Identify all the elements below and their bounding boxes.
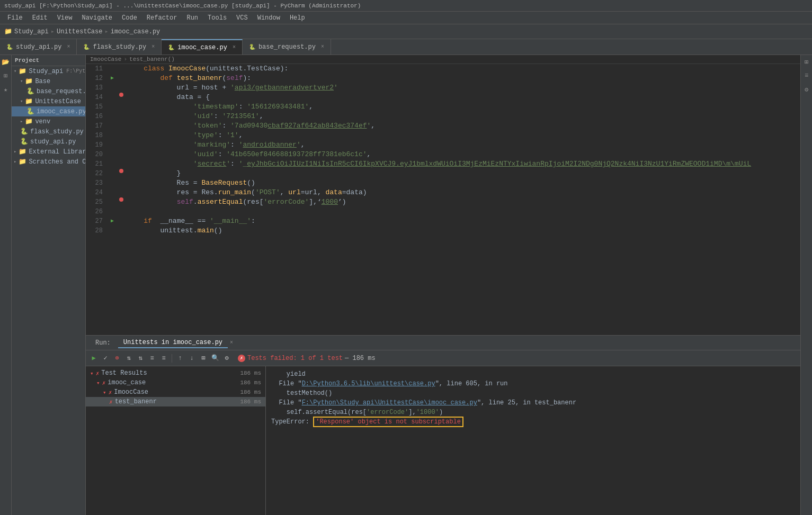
menu-edit[interactable]: Edit (28, 13, 52, 23)
menu-window[interactable]: Window (253, 13, 284, 23)
code-line: 18 'type': '1', (86, 131, 800, 140)
run-arrow-icon: ▶ (111, 74, 114, 83)
run-settings-button[interactable]: ⚙ (222, 354, 231, 363)
line-content: data = { (125, 93, 800, 102)
line-run: ▶ (107, 74, 118, 83)
fail-icon: ▾ (103, 389, 106, 396)
tab-flask-study[interactable]: 🐍 flask_study.py × (77, 39, 162, 55)
run-toolbar: ▶ ✓ ⊗ ⇅ ⇅ ≡ ≡ ↑ ↓ ⊞ 🔍 ⚙ ✗ Tests failed: … (86, 350, 800, 366)
run-export-button[interactable]: ⊞ (199, 354, 208, 363)
tree-item-imooc-case[interactable]: 🐍 imooc_case.py (12, 106, 85, 116)
run-search-button[interactable]: 🔍 (210, 354, 220, 363)
line-content: 'uuid': '41b650ef846688193728ff7381eb6c1… (125, 150, 800, 159)
run-tree-item[interactable]: ▾ ✗ Test Results 186 ms (86, 368, 265, 378)
tab-close-icon[interactable]: × (233, 44, 236, 50)
run-up-button[interactable]: ↑ (175, 354, 185, 363)
menu-help[interactable]: Help (285, 13, 309, 23)
tree-item-scratches[interactable]: ▸ 📁 Scratches and Console 1 7 (12, 157, 85, 167)
tab-close-icon[interactable]: × (321, 44, 324, 50)
breadcrumb-sep: › (123, 56, 127, 62)
py-icon: 🐍 (26, 107, 34, 115)
menu-navigate[interactable]: Navigate (77, 13, 117, 23)
bottom-tab-unittests[interactable]: Unittests in imooc_case.py (118, 338, 228, 348)
tab-close-icon[interactable]: × (151, 44, 155, 50)
code-line: 14 data = { (86, 93, 800, 102)
run-play-button[interactable]: ▶ (89, 354, 99, 363)
run-check-button[interactable]: ✓ (101, 354, 110, 363)
bottom-tab-close-icon[interactable]: × (230, 340, 233, 346)
code-line: 16 'uid': '7213561', (86, 112, 800, 121)
code-line: 13 url = host + 'api3/getbanneradvertver… (86, 83, 800, 93)
run-align2-button[interactable]: ≡ (159, 354, 168, 363)
fail-x-icon: ✗ (109, 399, 113, 405)
line-breakpoint (118, 93, 125, 97)
bookmark-icon[interactable]: ★ (1, 85, 11, 94)
menu-refactor[interactable]: Refactor (142, 13, 182, 23)
sidebar-right-icon2[interactable]: ≡ (802, 71, 811, 80)
line-run: ▶ (107, 216, 118, 226)
fail-x-icon: ✗ (102, 380, 106, 386)
tree-item-project[interactable]: ▾ 📁 Study_api F:\Python\St (12, 66, 85, 76)
folder-icon: 📁 (25, 118, 33, 125)
tree-item-base[interactable]: ▾ 📁 Base (12, 76, 85, 86)
status-fail-icon: ✗ (238, 355, 245, 362)
tree-item-flask-study[interactable]: 🐍 flask_study.py (12, 127, 85, 137)
tree-item-external[interactable]: ▸ 📁 External Libraries (12, 147, 85, 157)
structure-icon[interactable]: ⊞ (1, 71, 11, 80)
run-tree-item[interactable]: ▾ ✗ imooc_case 186 ms (86, 378, 265, 387)
console-link[interactable]: F:\Python\Study_api\UnittestCase\imooc_c… (302, 399, 477, 406)
console-link[interactable]: D:\Python3.6.5\lib\unittest\case.py (302, 380, 435, 387)
sidebar-right-icon3[interactable]: ⚙ (802, 85, 811, 94)
tab-base-request[interactable]: 🐍 base_request.py × (243, 39, 331, 55)
tree-item-base-request[interactable]: 🐍 base_request.py (12, 86, 85, 96)
menu-file[interactable]: File (3, 13, 27, 23)
menu-tools[interactable]: Tools (203, 13, 231, 23)
code-line: 19 'marking': 'androidbanner', (86, 140, 800, 150)
breadcrumb-class: ImoocCase (90, 56, 121, 62)
sidebar-right-icon1[interactable]: ⊞ (802, 57, 811, 67)
toolbar-separator (172, 354, 172, 363)
arrow-icon: ▾ (14, 68, 16, 74)
arrow-icon: ▸ (14, 149, 16, 155)
run-stop-button[interactable]: ⊗ (112, 354, 122, 363)
line-content: url = host + 'api3/getbanneradvertver2' (125, 83, 800, 93)
code-line: 28 unittest.main() (86, 226, 800, 236)
py-icon: 🐍 (20, 138, 28, 146)
main-layout: 📂 ⊞ ★ Project ▾ 📁 Study_api F:\Python\St… (0, 55, 812, 515)
tab-imooc-case[interactable]: 🐍 imooc_case.py × (162, 39, 243, 55)
tree-label: base_request.py (37, 88, 86, 95)
folder-icon: 📁 (19, 148, 26, 156)
run-sort2-button[interactable]: ⇅ (136, 354, 145, 363)
tree-item-venv[interactable]: ▸ 📁 venv (12, 116, 85, 127)
tab-close-icon[interactable]: × (67, 44, 70, 50)
project-icon[interactable]: 📂 (1, 57, 11, 67)
run-item-time: 186 ms (240, 389, 261, 395)
line-number: 17 (86, 121, 107, 131)
tab-label: imooc_case.py (177, 44, 227, 51)
tree-item-unittestcase[interactable]: ▾ 📁 UnittestCase (12, 96, 85, 106)
menu-run[interactable]: Run (182, 13, 202, 23)
right-sidebar: ⊞ ≡ ⚙ (800, 55, 812, 515)
menu-vcs[interactable]: VCS (232, 13, 252, 23)
line-content: self.assertEqual(res['errorCode'],‘1000’… (125, 197, 800, 207)
run-tree-item[interactable]: ▾ ✗ ImoocCase 186 ms (86, 387, 265, 397)
run-tree-item[interactable]: ✗ test_banenr 186 ms (86, 397, 265, 406)
py-icon: 🐍 (6, 44, 13, 50)
run-arrow-icon: ▶ (111, 216, 114, 226)
bottom-tab-run[interactable]: Run: (90, 338, 116, 348)
tree-item-study-api[interactable]: 🐍 study_api.py (12, 137, 85, 147)
line-number: 23 (86, 178, 107, 188)
line-content: Res = BaseRequest() (125, 178, 800, 188)
run-down-button[interactable]: ↓ (187, 354, 197, 363)
tab-study-api[interactable]: 🐍 study_api.py × (0, 39, 77, 55)
console-line: testMethod() (271, 388, 795, 398)
run-sort-button[interactable]: ⇅ (124, 354, 133, 363)
run-item-label: imooc_case (108, 379, 146, 386)
folder-icon: 📁 (25, 97, 33, 105)
menu-code[interactable]: Code (118, 13, 141, 23)
code-area[interactable]: 11 class ImoocCase(unittest.TestCase): 1… (86, 64, 800, 335)
code-line: 25 self.assertEqual(res['errorCode'],‘10… (86, 197, 800, 207)
menu-view[interactable]: View (53, 13, 77, 23)
run-align-button[interactable]: ≡ (147, 354, 157, 363)
run-item-label: ImoocCase (114, 388, 148, 396)
